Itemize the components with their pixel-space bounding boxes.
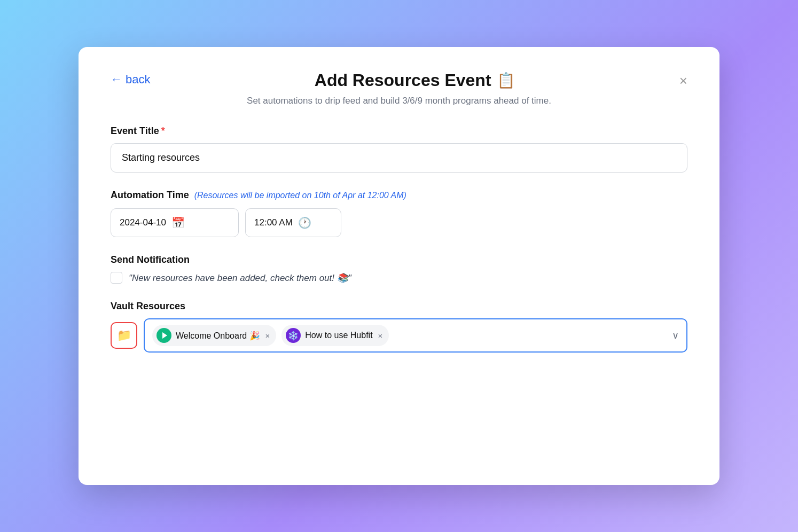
automation-time-section: Automation Time (Resources will be impor… xyxy=(111,190,687,237)
required-star: * xyxy=(161,126,165,137)
vault-folder-button[interactable]: 📁 xyxy=(111,322,137,349)
calendar-icon: 📅 xyxy=(171,216,185,229)
add-resources-modal: ← back Add Resources Event 📋 × Set autom… xyxy=(79,47,719,485)
notification-message: "New resources have been added, check th… xyxy=(129,272,351,284)
event-title-label: Event Title * xyxy=(111,126,687,137)
tags-chevron-icon[interactable]: ∨ xyxy=(672,330,679,341)
date-input[interactable]: 2024-04-10 📅 xyxy=(111,208,239,237)
tag-welcome-onboard: Welcome Onboard 🎉 × xyxy=(152,325,276,346)
vault-resources-section: Vault Resources 📁 Welcome Onboard 🎉 × ❄️… xyxy=(111,301,687,353)
notification-row: "New resources have been added, check th… xyxy=(111,272,687,284)
tags-input[interactable]: Welcome Onboard 🎉 × ❄️ How to use Hubfit… xyxy=(144,318,687,353)
send-notification-section: Send Notification "New resources have be… xyxy=(111,254,687,284)
back-button[interactable]: ← back xyxy=(111,73,150,87)
close-button[interactable]: × xyxy=(679,74,687,88)
snowflake-icon: ❄️ xyxy=(286,328,301,343)
automation-label-row: Automation Time (Resources will be impor… xyxy=(111,190,687,201)
modal-title-text: Add Resources Event xyxy=(315,71,491,90)
time-value: 12:00 AM xyxy=(254,217,293,228)
event-title-section: Event Title * xyxy=(111,126,687,173)
tag-welcome-close[interactable]: × xyxy=(265,331,270,340)
folder-icon: 📁 xyxy=(117,328,131,342)
tag-welcome-label: Welcome Onboard 🎉 xyxy=(176,331,260,341)
back-label: back xyxy=(126,73,150,87)
vault-row: 📁 Welcome Onboard 🎉 × ❄️ How to use Hubf… xyxy=(111,318,687,353)
back-arrow-icon: ← xyxy=(111,73,122,87)
clock-icon: 🕐 xyxy=(298,216,311,229)
play-triangle xyxy=(162,332,167,339)
play-icon xyxy=(157,328,171,343)
modal-subtitle: Set automations to drip feed and build 3… xyxy=(111,96,687,106)
modal-title-block: Add Resources Event 📋 xyxy=(150,71,679,90)
notification-checkbox[interactable] xyxy=(111,272,122,284)
tag-hubfit-close[interactable]: × xyxy=(378,331,383,340)
tag-hubfit: ❄️ How to use Hubfit × xyxy=(281,325,389,346)
modal-header: ← back Add Resources Event 📋 × xyxy=(111,73,687,90)
date-value: 2024-04-10 xyxy=(120,217,166,228)
time-input[interactable]: 12:00 AM 🕐 xyxy=(245,208,341,237)
send-notification-label: Send Notification xyxy=(111,254,687,265)
automation-note: (Resources will be imported on 10th of A… xyxy=(194,191,406,200)
modal-title: Add Resources Event 📋 xyxy=(150,71,679,90)
datetime-row: 2024-04-10 📅 12:00 AM 🕐 xyxy=(111,208,687,237)
event-title-input[interactable] xyxy=(111,143,687,173)
automation-time-label: Automation Time xyxy=(111,190,189,201)
vault-resources-label: Vault Resources xyxy=(111,301,687,312)
title-icon: 📋 xyxy=(497,72,515,89)
tag-hubfit-label: How to use Hubfit xyxy=(305,331,372,340)
